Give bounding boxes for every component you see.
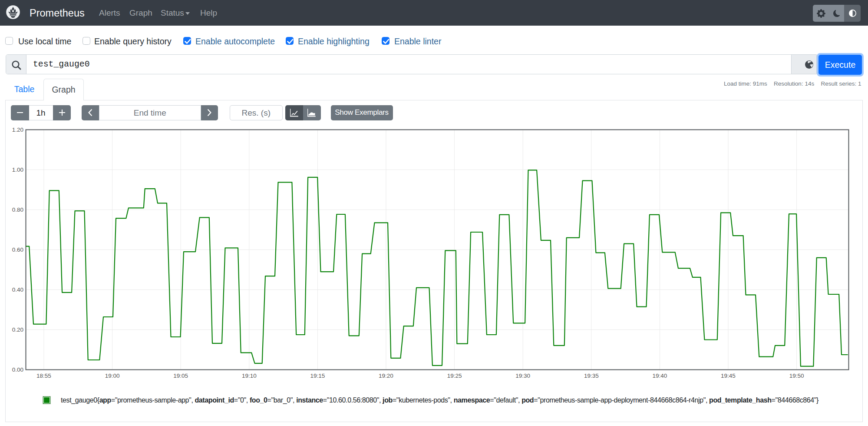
svg-text:1.20: 1.20 <box>12 126 23 133</box>
svg-text:19:40: 19:40 <box>653 373 667 379</box>
svg-text:19:15: 19:15 <box>310 373 325 379</box>
svg-text:19:30: 19:30 <box>515 373 530 379</box>
svg-text:19:45: 19:45 <box>721 373 736 379</box>
svg-text:0.60: 0.60 <box>12 246 23 253</box>
svg-text:19:25: 19:25 <box>447 373 462 379</box>
svg-text:0.00: 0.00 <box>12 366 23 373</box>
svg-text:19:50: 19:50 <box>789 373 804 379</box>
svg-text:0.20: 0.20 <box>12 326 23 333</box>
svg-text:0.80: 0.80 <box>12 206 23 213</box>
svg-text:19:05: 19:05 <box>173 373 188 379</box>
svg-text:18:55: 18:55 <box>36 373 51 379</box>
svg-text:19:35: 19:35 <box>584 373 599 379</box>
svg-text:0.40: 0.40 <box>12 286 23 293</box>
svg-text:19:00: 19:00 <box>105 373 120 379</box>
svg-text:19:20: 19:20 <box>379 373 393 379</box>
svg-text:19:10: 19:10 <box>242 373 257 379</box>
svg-text:1.00: 1.00 <box>12 166 23 173</box>
